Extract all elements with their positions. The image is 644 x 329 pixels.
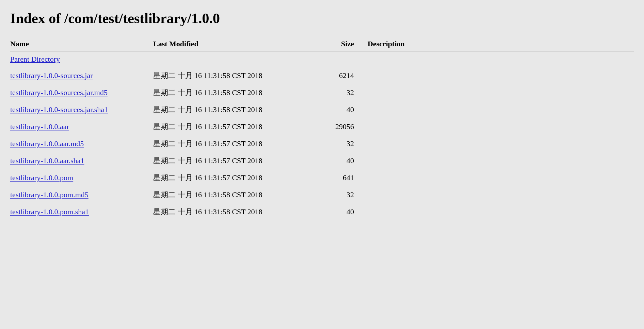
- file-description-cell: [357, 152, 634, 169]
- col-header-size: Size: [323, 37, 357, 51]
- file-modified-cell: 星期二 十月 16 11:31:58 CST 2018: [153, 84, 323, 101]
- file-name-cell: testlibrary-1.0.0.pom: [10, 169, 153, 186]
- file-name-cell: testlibrary-1.0.0-sources.jar.md5: [10, 84, 153, 101]
- file-modified-cell: 星期二 十月 16 11:31:58 CST 2018: [153, 203, 323, 220]
- file-description-cell: [357, 84, 634, 101]
- file-link[interactable]: testlibrary-1.0.0.aar.sha1: [10, 156, 84, 165]
- col-header-description: Description: [357, 37, 634, 51]
- table-row: testlibrary-1.0.0-sources.jar星期二 十月 16 1…: [10, 67, 634, 84]
- page-title: Index of /com/test/testlibrary/1.0.0: [10, 10, 634, 27]
- table-row: Parent Directory: [10, 51, 634, 67]
- file-description-cell: [357, 118, 634, 135]
- file-description-cell: [357, 169, 634, 186]
- file-listing-table: Name Last Modified Size Description Pare…: [10, 37, 634, 220]
- file-size-cell: 29056: [323, 118, 357, 135]
- file-description-cell: [357, 186, 634, 203]
- table-row: testlibrary-1.0.0.pom.sha1星期二 十月 16 11:3…: [10, 203, 634, 220]
- file-description-cell: [357, 101, 634, 118]
- file-modified-cell: 星期二 十月 16 11:31:58 CST 2018: [153, 67, 323, 84]
- file-name-cell: testlibrary-1.0.0.aar: [10, 118, 153, 135]
- file-description-cell: [357, 135, 634, 152]
- file-link[interactable]: testlibrary-1.0.0.pom.md5: [10, 190, 88, 199]
- file-description-cell: [357, 51, 634, 67]
- file-link[interactable]: testlibrary-1.0.0-sources.jar.md5: [10, 88, 108, 97]
- file-modified-cell: 星期二 十月 16 11:31:58 CST 2018: [153, 186, 323, 203]
- file-size-cell: 40: [323, 203, 357, 220]
- table-row: testlibrary-1.0.0-sources.jar.sha1星期二 十月…: [10, 101, 634, 118]
- file-size-cell: [323, 51, 357, 67]
- file-size-cell: 32: [323, 135, 357, 152]
- file-description-cell: [357, 67, 634, 84]
- file-link[interactable]: testlibrary-1.0.0.pom: [10, 173, 73, 182]
- file-link[interactable]: testlibrary-1.0.0-sources.jar.sha1: [10, 105, 108, 114]
- col-header-name: Name: [10, 37, 153, 51]
- table-row: testlibrary-1.0.0.aar.sha1星期二 十月 16 11:3…: [10, 152, 634, 169]
- file-name-cell: testlibrary-1.0.0.aar.md5: [10, 135, 153, 152]
- file-size-cell: 6214: [323, 67, 357, 84]
- file-link[interactable]: testlibrary-1.0.0-sources.jar: [10, 71, 93, 80]
- file-link[interactable]: Parent Directory: [10, 55, 60, 63]
- file-size-cell: 32: [323, 84, 357, 101]
- file-description-cell: [357, 203, 634, 220]
- file-size-cell: 641: [323, 169, 357, 186]
- file-size-cell: 32: [323, 186, 357, 203]
- file-size-cell: 40: [323, 152, 357, 169]
- file-modified-cell: 星期二 十月 16 11:31:57 CST 2018: [153, 118, 323, 135]
- file-modified-cell: 星期二 十月 16 11:31:58 CST 2018: [153, 101, 323, 118]
- table-row: testlibrary-1.0.0.pom.md5星期二 十月 16 11:31…: [10, 186, 634, 203]
- file-name-cell: testlibrary-1.0.0.pom.md5: [10, 186, 153, 203]
- table-row: testlibrary-1.0.0.aar.md5星期二 十月 16 11:31…: [10, 135, 634, 152]
- table-row: testlibrary-1.0.0.pom星期二 十月 16 11:31:57 …: [10, 169, 634, 186]
- file-modified-cell: 星期二 十月 16 11:31:57 CST 2018: [153, 169, 323, 186]
- table-row: testlibrary-1.0.0-sources.jar.md5星期二 十月 …: [10, 84, 634, 101]
- file-modified-cell: 星期二 十月 16 11:31:57 CST 2018: [153, 135, 323, 152]
- file-link[interactable]: testlibrary-1.0.0.aar.md5: [10, 139, 84, 148]
- file-name-cell: testlibrary-1.0.0-sources.jar.sha1: [10, 101, 153, 118]
- file-name-cell: testlibrary-1.0.0-sources.jar: [10, 67, 153, 84]
- file-link[interactable]: testlibrary-1.0.0.aar: [10, 122, 69, 131]
- table-row: testlibrary-1.0.0.aar星期二 十月 16 11:31:57 …: [10, 118, 634, 135]
- file-modified-cell: 星期二 十月 16 11:31:57 CST 2018: [153, 152, 323, 169]
- file-name-cell: testlibrary-1.0.0.aar.sha1: [10, 152, 153, 169]
- col-header-modified: Last Modified: [153, 37, 323, 51]
- file-name-cell: testlibrary-1.0.0.pom.sha1: [10, 203, 153, 220]
- file-modified-cell: [153, 51, 323, 67]
- file-link[interactable]: testlibrary-1.0.0.pom.sha1: [10, 207, 89, 216]
- file-size-cell: 40: [323, 101, 357, 118]
- file-name-cell: Parent Directory: [10, 51, 153, 67]
